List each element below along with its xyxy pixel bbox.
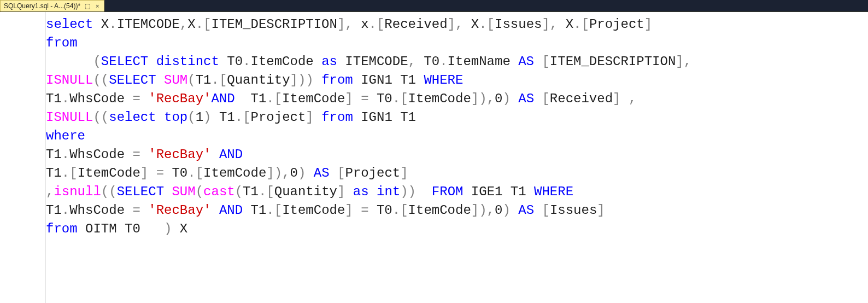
pin-icon[interactable]: ⬚	[84, 3, 91, 10]
tab-title: SQLQuery1.sql - A...(54))*	[4, 2, 80, 10]
close-icon[interactable]: ×	[95, 3, 100, 9]
file-tab[interactable]: SQLQuery1.sql - A...(54))* ⬚ ×	[0, 0, 104, 11]
editor-area[interactable]: select X.ITEMCODE,X.[ITEM_DESCRIPTION], …	[0, 12, 868, 303]
ssms-window: { "tab": { "title": "SQLQuery1.sql - A..…	[0, 0, 868, 303]
gutter	[0, 12, 46, 303]
code-text[interactable]: select X.ITEMCODE,X.[ITEM_DESCRIPTION], …	[46, 12, 868, 303]
tab-bar: SQLQuery1.sql - A...(54))* ⬚ ×	[0, 0, 868, 12]
